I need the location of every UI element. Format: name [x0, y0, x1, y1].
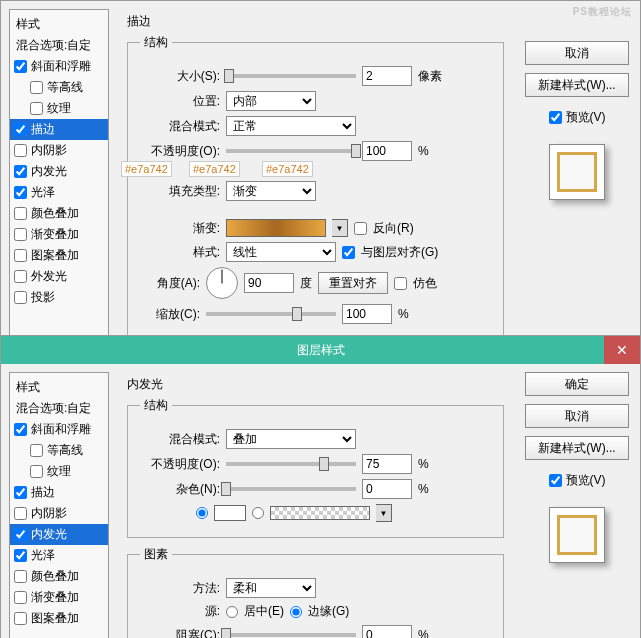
style-item[interactable]: 图案叠加	[10, 608, 108, 629]
opacity-input[interactable]	[362, 454, 412, 474]
style-item[interactable]: 外发光	[10, 266, 108, 287]
style-checkbox[interactable]	[14, 549, 27, 562]
titlebar-text: 图层样式	[297, 342, 345, 359]
style-checkbox[interactable]	[14, 570, 27, 583]
style-label: 投影	[31, 289, 55, 306]
style-item[interactable]: 内发光	[10, 161, 108, 182]
new-style-button[interactable]: 新建样式(W)...	[525, 73, 629, 97]
style-checkbox[interactable]	[14, 291, 27, 304]
styles-list: 样式 混合选项:自定 斜面和浮雕等高线纹理描边内阴影内发光光泽颜色叠加渐变叠加图…	[9, 372, 109, 638]
styles-blend[interactable]: 混合选项:自定	[10, 35, 108, 56]
angle-dial[interactable]	[206, 267, 238, 299]
source-center-radio[interactable]	[226, 606, 238, 618]
opacity-slider[interactable]	[226, 149, 356, 153]
style-checkbox[interactable]	[14, 249, 27, 262]
style-item[interactable]: 等高线	[10, 440, 108, 461]
style-item[interactable]: 内阴影	[10, 140, 108, 161]
scale-slider[interactable]	[206, 312, 336, 316]
noise-input[interactable]	[362, 479, 412, 499]
style-checkbox[interactable]	[14, 123, 27, 136]
new-style-button[interactable]: 新建样式(W)...	[525, 436, 629, 460]
style-item[interactable]: 斜面和浮雕	[10, 56, 108, 77]
opacity-slider[interactable]	[226, 462, 356, 466]
style-item[interactable]: 颜色叠加	[10, 203, 108, 224]
dither-label: 仿色	[413, 275, 437, 292]
style-checkbox[interactable]	[14, 528, 27, 541]
style-item[interactable]: 图案叠加	[10, 245, 108, 266]
cancel-button[interactable]: 取消	[525, 41, 629, 65]
style-item[interactable]: 斜面和浮雕	[10, 419, 108, 440]
blendmode-label: 混合模式:	[140, 431, 220, 448]
choke-slider[interactable]	[226, 633, 356, 637]
style-item[interactable]: 等高线	[10, 77, 108, 98]
reset-align-button[interactable]: 重置对齐	[318, 272, 388, 294]
style-item[interactable]: 描边	[10, 119, 108, 140]
gradient-picker-icon[interactable]: ▼	[376, 504, 392, 522]
ok-button[interactable]: 确定	[525, 372, 629, 396]
style-item[interactable]: 渐变叠加	[10, 224, 108, 245]
style-checkbox[interactable]	[14, 270, 27, 283]
blendmode-select[interactable]: 叠加	[226, 429, 356, 449]
blendmode-select[interactable]: 正常	[226, 116, 356, 136]
style-checkbox[interactable]	[30, 102, 43, 115]
style-checkbox[interactable]	[14, 612, 27, 625]
style-checkbox[interactable]	[14, 507, 27, 520]
styles-header[interactable]: 样式	[10, 377, 108, 398]
style-checkbox[interactable]	[14, 60, 27, 73]
style-checkbox[interactable]	[14, 207, 27, 220]
style-checkbox[interactable]	[30, 465, 43, 478]
preview-checkbox[interactable]	[549, 474, 562, 487]
style-checkbox[interactable]	[14, 486, 27, 499]
source-edge-label: 边缘(G)	[308, 603, 349, 620]
style-item[interactable]: 内发光	[10, 524, 108, 545]
position-select[interactable]: 内部	[226, 91, 316, 111]
style-item[interactable]: 光泽	[10, 545, 108, 566]
angle-input[interactable]	[244, 273, 294, 293]
choke-input[interactable]	[362, 625, 412, 638]
style-checkbox[interactable]	[30, 81, 43, 94]
style-checkbox[interactable]	[14, 186, 27, 199]
cancel-button[interactable]: 取消	[525, 404, 629, 428]
opacity-input[interactable]	[362, 141, 412, 161]
align-checkbox[interactable]	[342, 246, 355, 259]
dither-checkbox[interactable]	[394, 277, 407, 290]
gradient-swatch[interactable]	[270, 506, 370, 520]
style-item[interactable]: 描边	[10, 482, 108, 503]
size-slider[interactable]	[226, 74, 356, 78]
style-item[interactable]: 光泽	[10, 182, 108, 203]
styles-list: 样式 混合选项:自定 斜面和浮雕等高线纹理描边内阴影内发光光泽颜色叠加渐变叠加图…	[9, 9, 109, 352]
filltype-select[interactable]: 渐变	[226, 181, 316, 201]
preview-checkbox[interactable]	[549, 111, 562, 124]
style-checkbox[interactable]	[14, 423, 27, 436]
style-item[interactable]: 纹理	[10, 98, 108, 119]
color-source-solid[interactable]	[196, 507, 208, 519]
source-edge-radio[interactable]	[290, 606, 302, 618]
close-icon[interactable]: ✕	[604, 336, 640, 364]
noise-slider[interactable]	[226, 487, 356, 491]
style-item[interactable]: 渐变叠加	[10, 587, 108, 608]
color-swatch[interactable]	[214, 505, 246, 521]
style-checkbox[interactable]	[14, 165, 27, 178]
gradient-picker-icon[interactable]: ▼	[332, 219, 348, 237]
style-checkbox[interactable]	[30, 444, 43, 457]
style-item[interactable]: 内阴影	[10, 503, 108, 524]
preview-swatch	[549, 507, 605, 563]
style-select[interactable]: 线性	[226, 242, 336, 262]
style-checkbox[interactable]	[14, 144, 27, 157]
right-panel: 取消 新建样式(W)... 预览(V)	[522, 9, 632, 352]
style-checkbox[interactable]	[14, 591, 27, 604]
color-source-gradient[interactable]	[252, 507, 264, 519]
reverse-checkbox[interactable]	[354, 222, 367, 235]
style-label: 样式:	[140, 244, 220, 261]
style-item[interactable]: 纹理	[10, 461, 108, 482]
dialog-inner-glow: 图层样式 ✕ 样式 混合选项:自定 斜面和浮雕等高线纹理描边内阴影内发光光泽颜色…	[0, 335, 641, 638]
method-select[interactable]: 柔和	[226, 578, 316, 598]
styles-header[interactable]: 样式	[10, 14, 108, 35]
style-checkbox[interactable]	[14, 228, 27, 241]
gradient-bar[interactable]	[226, 219, 326, 237]
size-input[interactable]	[362, 66, 412, 86]
scale-input[interactable]	[342, 304, 392, 324]
style-item[interactable]: 颜色叠加	[10, 566, 108, 587]
style-item[interactable]: 投影	[10, 287, 108, 308]
styles-blend[interactable]: 混合选项:自定	[10, 398, 108, 419]
